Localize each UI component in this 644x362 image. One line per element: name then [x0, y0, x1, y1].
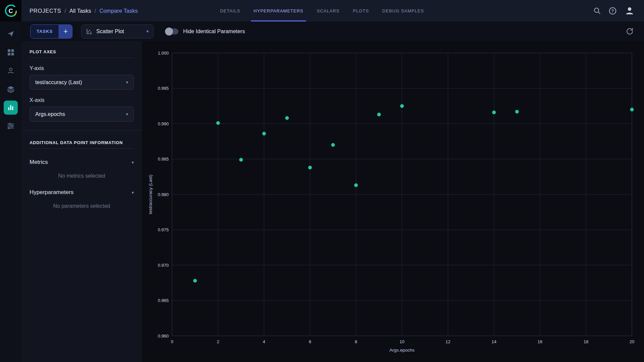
- tasks-button[interactable]: TASKS: [31, 25, 59, 38]
- data-point[interactable]: [216, 121, 220, 125]
- section-divider: [21, 130, 142, 131]
- header-icons: ?: [593, 6, 644, 16]
- y-axis-value: test/accuracy (Last): [35, 79, 82, 85]
- metrics-label: Metrics: [30, 159, 48, 166]
- pipelines-sliders-icon: [7, 122, 15, 130]
- data-point[interactable]: [400, 104, 404, 108]
- paper-plane-icon: [7, 30, 15, 38]
- hyperparameters-expander[interactable]: Hyperparameters ▾: [30, 189, 134, 196]
- x-axis-select[interactable]: Args.epochs ▾: [30, 107, 134, 122]
- x-axis-value: Args.epochs: [35, 111, 65, 117]
- page-tabs: DETAILS HYPERPARAMETERS SCALARS PLOTS DE…: [220, 0, 424, 21]
- hide-identical-label: Hide Identical Parameters: [183, 28, 245, 35]
- chevron-down-icon: ▾: [131, 190, 134, 195]
- breadcrumb-separator: /: [64, 8, 66, 14]
- hide-identical-toggle[interactable]: [165, 28, 178, 35]
- side-rail: [0, 21, 21, 362]
- y-tick-label: 0.990: [158, 121, 169, 126]
- profile-button[interactable]: [625, 6, 635, 16]
- breadcrumb-all-tasks[interactable]: All Tasks: [69, 8, 91, 14]
- data-point[interactable]: [515, 110, 519, 114]
- chevron-down-icon: ▾: [126, 112, 128, 117]
- y-tick-label: 0.960: [158, 334, 169, 339]
- tasks-split-button: TASKS +: [30, 24, 72, 39]
- data-point[interactable]: [239, 158, 243, 162]
- clearml-logo-icon: C: [4, 4, 18, 18]
- rail-item-profile[interactable]: [4, 64, 18, 78]
- data-point[interactable]: [308, 166, 312, 169]
- data-point[interactable]: [285, 116, 289, 120]
- y-tick-label: 0.995: [158, 86, 169, 91]
- data-point[interactable]: [377, 113, 381, 116]
- tab-debug-samples[interactable]: DEBUG SAMPLES: [382, 0, 424, 21]
- data-point[interactable]: [630, 108, 634, 111]
- rail-item-pipelines[interactable]: [4, 119, 18, 133]
- chevron-down-icon: ▾: [147, 29, 149, 34]
- y-axis-select[interactable]: test/accuracy (Last) ▾: [30, 75, 134, 90]
- plot-settings-panel: PLOT AXES Y-axis test/accuracy (Last) ▾ …: [21, 41, 142, 362]
- breadcrumb-projects[interactable]: PROJECTS: [30, 8, 61, 14]
- add-task-button[interactable]: +: [59, 25, 72, 38]
- rail-item-dashboard[interactable]: [4, 45, 18, 59]
- clearml-logo[interactable]: C: [0, 0, 21, 21]
- toggle-knob: [165, 27, 173, 36]
- plot-type-select[interactable]: Scatter Plot ▾: [81, 24, 154, 39]
- search-button[interactable]: [593, 7, 601, 14]
- x-tick-label: 20: [630, 339, 634, 344]
- scatter-chart[interactable]: 024681012141618200.9600.9650.9700.9750.9…: [142, 41, 644, 362]
- plot-axes-title: PLOT AXES: [30, 49, 134, 54]
- breadcrumb-compare-tasks: Compare Tasks: [99, 8, 138, 14]
- y-tick-label: 0.975: [158, 227, 169, 232]
- x-tick-label: 4: [263, 339, 265, 344]
- breadcrumb: PROJECTS / All Tasks / Compare Tasks: [30, 8, 138, 14]
- x-tick-label: 14: [491, 339, 496, 344]
- rail-item-quickstart[interactable]: [4, 27, 18, 41]
- x-tick-label: 6: [309, 339, 311, 344]
- tab-hyperparameters[interactable]: HYPERPARAMETERS: [254, 0, 303, 21]
- x-tick-label: 0: [171, 339, 173, 344]
- breadcrumb-separator: /: [95, 8, 96, 14]
- y-tick-label: 0.965: [158, 298, 169, 303]
- y-tick-label: 0.970: [158, 263, 169, 268]
- dashboard-grid-icon: [7, 48, 15, 56]
- x-tick-label: 16: [538, 339, 542, 344]
- data-point[interactable]: [193, 279, 197, 283]
- metrics-empty-text: No metrics selected: [30, 173, 134, 179]
- y-axis-title: test/accuracy (Last): [148, 175, 153, 214]
- help-icon: ?: [609, 7, 616, 15]
- refresh-icon: [626, 27, 634, 36]
- datasets-layers-icon: [7, 85, 15, 93]
- refresh-button[interactable]: [626, 27, 634, 36]
- divider: [30, 148, 134, 149]
- y-axis-label: Y-axis: [30, 65, 134, 71]
- tab-plots[interactable]: PLOTS: [353, 0, 369, 21]
- avatar-icon: [625, 6, 635, 16]
- help-button[interactable]: ?: [609, 7, 616, 15]
- rail-item-datasets[interactable]: [4, 82, 18, 96]
- data-point[interactable]: [354, 183, 358, 187]
- svg-text:?: ?: [611, 8, 614, 13]
- x-tick-label: 10: [399, 339, 404, 344]
- compare-toolbar: TASKS + Scatter Plot ▾ Hide Identical Pa…: [21, 21, 644, 41]
- metrics-expander[interactable]: Metrics ▾: [30, 159, 134, 166]
- plot-type-value: Scatter Plot: [96, 28, 124, 35]
- data-point[interactable]: [492, 111, 496, 114]
- rail-item-experiments[interactable]: [4, 101, 18, 115]
- x-tick-label: 18: [584, 339, 588, 344]
- top-header: C PROJECTS / All Tasks / Compare Tasks D…: [0, 0, 644, 21]
- data-point[interactable]: [262, 132, 266, 135]
- svg-text:C: C: [9, 8, 13, 14]
- tab-details[interactable]: DETAILS: [220, 0, 240, 21]
- x-tick-label: 12: [445, 339, 450, 344]
- x-tick-label: 2: [217, 339, 219, 344]
- data-point[interactable]: [331, 143, 335, 147]
- x-axis-title: Args.epochs: [389, 348, 415, 353]
- x-axis-label: X-axis: [30, 97, 134, 103]
- y-tick-label: 0.985: [158, 157, 169, 162]
- scatter-plot-area: 024681012141618200.9600.9650.9700.9750.9…: [142, 41, 644, 362]
- experiments-chart-icon: [7, 104, 15, 112]
- profile-icon: [7, 67, 15, 75]
- chevron-down-icon: ▾: [126, 80, 128, 85]
- hyperparameters-empty-text: No parameters selected: [30, 203, 134, 209]
- tab-scalars[interactable]: SCALARS: [317, 0, 340, 21]
